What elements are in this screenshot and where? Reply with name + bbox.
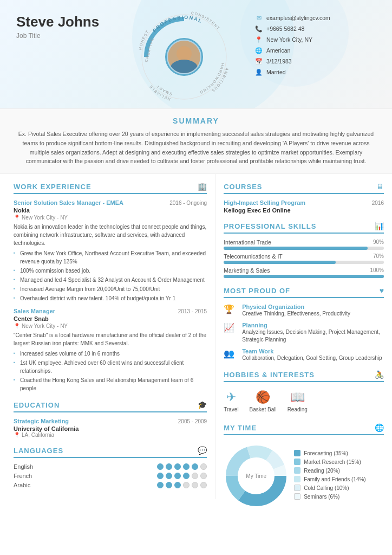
legend-label: Seminars (6%) <box>304 494 339 500</box>
skill-label: International Trade <box>224 239 271 246</box>
contact-section: ✉ examples@stylingcv.com 📞 +9665 5682 48… <box>244 11 376 79</box>
planning-icon: 📈 <box>224 322 239 333</box>
skill-bar-bg <box>224 275 384 278</box>
dot <box>166 463 172 470</box>
lang-dots-english <box>157 463 207 470</box>
dot <box>174 473 181 479</box>
summary-text: Ex. Pivotal Sales Executive offering ove… <box>16 130 376 166</box>
dot <box>183 473 190 479</box>
proud-icon: ♥ <box>380 286 384 295</box>
mytime-icon: 🌐 <box>375 423 384 432</box>
bullet-item: 1st UK employee. Achieved over 60 client… <box>14 359 207 375</box>
hobbies-icon: 🚴 <box>375 370 384 379</box>
hobby-label-reading: Reading <box>288 406 308 412</box>
lang-row-french: French <box>14 473 207 479</box>
course-title-row: High-Impact Selling Program 2016 <box>224 199 384 206</box>
summary-section: SUMMARY Ex. Pivotal Sales Executive offe… <box>0 109 392 174</box>
dot <box>166 482 172 488</box>
edu-date: 2005 - 2009 <box>178 418 207 424</box>
mytime-legend: Forecasting (35%) Market Research (15%) … <box>294 450 384 502</box>
email-value: examples@stylingcv.com <box>266 15 330 21</box>
courses-title: COURSES <box>224 183 262 191</box>
edu-location-row: 📍 LA, California <box>14 432 207 438</box>
dot-empty <box>200 482 207 488</box>
dot <box>174 463 181 470</box>
contact-nationality: 🌐 American <box>254 46 376 55</box>
proud-title: MOST PROUD OF <box>224 287 290 295</box>
legend-label: Market Research (15%) <box>304 459 361 465</box>
legend-item-market: Market Research (15%) <box>294 459 384 465</box>
edu-title-row: Strategic Marketing 2005 - 2009 <box>14 418 207 424</box>
legend-item-seminars: Seminars (6%) <box>294 493 384 500</box>
legend-item-family: Family and Friends (14%) <box>294 476 384 482</box>
avatar <box>165 38 203 76</box>
skill-label-row: Telecomunications & IT 70% <box>224 253 384 260</box>
bullet-item: Increased Average Margin from 20,000/Uni… <box>14 285 207 293</box>
legend-item-reading: Reading (20%) <box>294 467 384 474</box>
legend-dot <box>294 467 300 474</box>
skill-row-marketing: Marketing & Sales 100% <box>224 267 384 278</box>
lang-name-arabic: Arabic <box>14 482 46 488</box>
job2-title: Sales Manager <box>14 308 55 314</box>
lang-name-english: English <box>14 463 46 470</box>
skills-title: PROFESSIONAL SKILLS <box>224 222 316 230</box>
proud-item-planning: 📈 Planning Analyzing Issues, Decision Ma… <box>224 322 384 344</box>
languages-icon: 💬 <box>198 446 207 455</box>
hobbies-title: HOBBIES & INTERESTS <box>224 371 315 379</box>
dob-icon: 📅 <box>254 57 263 66</box>
education-icon: 🎓 <box>198 401 207 409</box>
work-experience-header: WORK EXPERIENCE 🏢 <box>14 182 207 194</box>
job2-description: "Center Snab" is a local hardware manufa… <box>14 331 207 347</box>
contact-location: 📍 New York City, NY <box>254 35 376 44</box>
legend-label: Forecasting (35%) <box>304 450 348 456</box>
radial-container: PROFESSIONAL HONEST CONSISTENT HARDWORKI… <box>135 11 233 103</box>
proud-header: MOST PROUD OF ♥ <box>224 286 384 298</box>
dot <box>192 463 198 470</box>
first-name: Steve <box>16 14 54 30</box>
job2-company: Center Snab <box>14 315 207 322</box>
courses-header: COURSES 🖥 <box>224 182 384 194</box>
right-column: COURSES 🖥 High-Impact Selling Program 20… <box>215 174 392 519</box>
courses-icon: 🖥 <box>376 182 384 191</box>
nationality-value: American <box>266 47 290 54</box>
hobbies-row: ✈ Travel 🏀 Basket Ball 📖 Reading <box>224 388 384 415</box>
hobby-reading: 📖 Reading <box>288 390 308 412</box>
bullet-item: 100% commission based job. <box>14 267 207 275</box>
dot <box>183 463 190 470</box>
lang-dots-french <box>157 473 207 479</box>
bullet-item: Grew the New York Office, Northeast Acco… <box>14 249 207 266</box>
hobby-travel: ✈ Travel <box>224 390 238 412</box>
email-icon: ✉ <box>254 14 263 22</box>
travel-icon: ✈ <box>226 390 236 404</box>
legend-dot <box>294 485 300 491</box>
summary-title: SUMMARY <box>16 117 376 125</box>
contact-marital: 👤 Married <box>254 68 376 76</box>
job1-date: 2016 - Ongoing <box>169 200 207 206</box>
donut-chart: My Time <box>224 443 289 508</box>
skill-pct: 90% <box>373 239 384 246</box>
skills-icon: 📊 <box>375 222 384 230</box>
job1-location-row: 📍 New York City - NY <box>14 215 207 221</box>
skill-bar-fill <box>224 275 384 278</box>
marital-icon: 👤 <box>254 68 263 76</box>
proud-item-physical: 🏆 Physical Organization Creative Thinkin… <box>224 304 384 318</box>
skill-bar-fill <box>224 247 368 250</box>
mytime-header: MY TIME 🌐 <box>224 423 384 435</box>
job-title-display: Job Title <box>16 32 125 40</box>
teamwork-icon: 👥 <box>224 349 239 359</box>
hobby-label-travel: Travel <box>224 406 238 412</box>
edu-location: LA, California <box>22 432 54 438</box>
dot-empty <box>200 473 207 479</box>
phone-icon: 📞 <box>254 24 263 33</box>
hobbies-header: HOBBIES & INTERESTS 🚴 <box>224 370 384 382</box>
trophy-icon: 🏆 <box>224 304 239 314</box>
basketball-icon: 🏀 <box>256 390 270 404</box>
dot <box>157 463 164 470</box>
lang-dots-arabic <box>157 482 207 488</box>
skills-header: PROFESSIONAL SKILLS 📊 <box>224 222 384 234</box>
skill-label: Telecomunications & IT <box>224 253 283 260</box>
body-columns: WORK EXPERIENCE 🏢 Senior Solution Sales … <box>0 174 392 519</box>
job1-title: Senior Solution Sales Manager - EMEA <box>14 199 123 206</box>
location-value: New York City, NY <box>266 36 312 43</box>
contact-dob: 📅 3/12/1983 <box>254 57 376 66</box>
